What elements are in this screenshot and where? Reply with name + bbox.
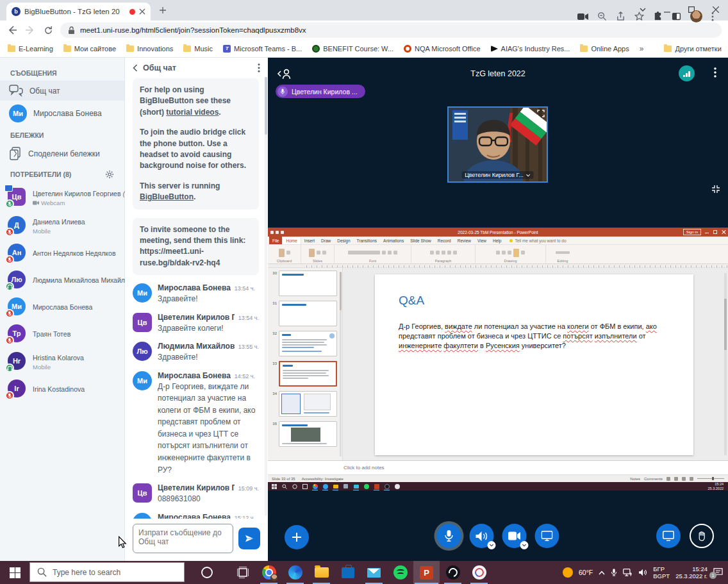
- notification-center-button[interactable]: 1: [713, 568, 723, 577]
- chat-menu-icon[interactable]: [258, 63, 260, 72]
- taskbar-snip[interactable]: [466, 561, 492, 584]
- bigbluebutton-link[interactable]: BigBlueButton: [140, 192, 194, 201]
- new-tab-button[interactable]: [154, 2, 171, 19]
- sidebar-item-public-chat[interactable]: Общ чат: [0, 81, 124, 101]
- sidebar-item-private-chat[interactable]: Ми Мирослава Бонева: [0, 101, 124, 126]
- tray-expand-icon[interactable]: [599, 571, 605, 575]
- browser-tab[interactable]: b BigBlueButton - TzG leten 20: [6, 3, 151, 21]
- weather-sun-icon[interactable]: [563, 567, 573, 578]
- view-icon: [690, 477, 693, 481]
- url-bar[interactable]: meet1.uni-ruse.bg/html5client/join?sessi…: [60, 22, 722, 38]
- shared-notes-icon: [9, 147, 22, 161]
- raise-hand-button[interactable]: [690, 524, 714, 548]
- share-icon[interactable]: [616, 12, 625, 21]
- bookmark-moi-saitove[interactable]: Мои сайтове: [63, 45, 116, 53]
- device-dropdown-badge[interactable]: [520, 541, 529, 549]
- chat-message-list[interactable]: For help on using BigBlueButton see thes…: [125, 77, 268, 519]
- user-row-hristina[interactable]: Hr Hristina KolarovaMobile: [0, 347, 124, 375]
- language-indicator[interactable]: БГРBGPT: [653, 565, 670, 580]
- camera-in-use-icon[interactable]: [577, 13, 588, 21]
- bookmark-e-learning[interactable]: E-Learning: [8, 45, 53, 53]
- tray-mic-icon[interactable]: [611, 568, 617, 577]
- start-button[interactable]: [0, 561, 29, 584]
- user-row-lyudmila[interactable]: Лю Людмила Михайлова Михайлова: [0, 266, 124, 293]
- audio-settings-button[interactable]: [470, 524, 494, 548]
- minimize-screenshare-icon[interactable]: [711, 185, 720, 194]
- sidebar-item-shared-notes[interactable]: Споделени бележки: [0, 143, 124, 165]
- taskbar-edge[interactable]: [282, 561, 308, 584]
- back-icon[interactable]: [6, 24, 18, 36]
- meeting-options-icon[interactable]: [714, 67, 716, 78]
- ppt-titlebar: 2022-03-25 TbM Presentation - PowerPoint…: [268, 228, 728, 237]
- browser-profile-avatar[interactable]: [690, 10, 702, 22]
- audio-status-badge: [5, 309, 14, 318]
- cortana-button[interactable]: [185, 561, 229, 584]
- taskbar-obs[interactable]: [440, 561, 466, 584]
- side-panel-icon[interactable]: [672, 12, 681, 21]
- bookmark-online-apps[interactable]: Online Apps: [580, 45, 629, 53]
- bookmark-benefit[interactable]: BENEFIT Course: W...: [312, 45, 393, 53]
- mute-microphone-button[interactable]: [437, 524, 461, 548]
- ppt-accessibility-status: Accessibility: Investigate: [302, 477, 343, 481]
- user-row-anton[interactable]: Ан Антон Недялков Недялков: [0, 239, 124, 266]
- inner-explorer-icon: [333, 483, 338, 489]
- taskbar-store[interactable]: [335, 561, 361, 584]
- reload-icon[interactable]: [42, 24, 54, 36]
- send-message-button[interactable]: [238, 528, 260, 549]
- bookmark-star-icon[interactable]: [634, 12, 644, 21]
- temperature[interactable]: 60°F: [579, 569, 593, 576]
- taskbar-chrome[interactable]: [256, 561, 282, 584]
- tray-network-icon[interactable]: [623, 569, 633, 576]
- webcam-fullscreen-icon[interactable]: [537, 110, 545, 117]
- webcam-share-button[interactable]: [502, 524, 527, 548]
- taskbar-powerpoint[interactable]: P: [413, 561, 440, 584]
- private-chat-name: Мирослава Бонева: [33, 109, 102, 118]
- avatar: Ми: [133, 371, 152, 390]
- browser-menu-icon[interactable]: [711, 12, 714, 21]
- send-icon: [244, 533, 254, 544]
- forward-icon[interactable]: [24, 24, 36, 36]
- user-row-irina[interactable]: Ir Irina Kostadinova: [0, 375, 124, 402]
- device-dropdown-badge[interactable]: [488, 541, 496, 549]
- user-row-miroslava[interactable]: Ми Мирослава Бонева: [0, 293, 124, 320]
- taskbar-file-explorer[interactable]: [308, 561, 335, 584]
- extensions-icon[interactable]: [653, 12, 663, 21]
- chat-message-input[interactable]: [133, 524, 233, 553]
- bookmark-aiag[interactable]: AIAG's Industry Res...: [491, 45, 570, 53]
- chat-scrollbar[interactable]: [265, 77, 267, 516]
- other-bookmarks-button[interactable]: Други отметки: [664, 45, 721, 53]
- minimize-presentation-button[interactable]: [656, 524, 681, 548]
- bookmark-nqa[interactable]: NQA Microsoft Office: [404, 45, 481, 53]
- bookmark-innovations[interactable]: Innovations: [126, 45, 173, 53]
- tab-close-icon[interactable]: [139, 8, 145, 15]
- screenshare-button[interactable]: [535, 524, 559, 548]
- zoom-out-icon[interactable]: [597, 12, 607, 21]
- hide-userlist-icon[interactable]: [277, 68, 292, 79]
- chat-back-icon[interactable]: [133, 64, 138, 72]
- taskbar-spotify[interactable]: [387, 561, 413, 584]
- screen: b BigBlueButton - TzG leten 20 meet1.uni…: [0, 0, 728, 584]
- user-list: Цв Цветелин Кирилов Георгиев (Вие) Webca…: [0, 183, 124, 402]
- taskbar-mail[interactable]: [361, 561, 387, 584]
- talking-indicator[interactable]: Цветелин Кирилов ...: [276, 85, 365, 98]
- user-row-daniela[interactable]: Д Даниела ИлиеваMobile: [0, 211, 124, 239]
- powerpoint-icon: P: [420, 566, 433, 580]
- connection-status-button[interactable]: [679, 65, 695, 81]
- webcam-user-label[interactable]: Цветелин Кирилов Г...: [461, 171, 534, 179]
- manage-users-gear-icon[interactable]: [105, 170, 114, 179]
- bookmarks-overflow-icon[interactable]: »: [640, 44, 644, 53]
- tutorial-videos-link[interactable]: tutorial videos: [166, 108, 219, 117]
- bigbluebutton-favicon-icon: b: [12, 7, 21, 16]
- ppt-ribbon: Clipboard Slides Font Paragraph Drawing …: [268, 245, 728, 264]
- taskbar-search[interactable]: Type here to search: [29, 562, 185, 582]
- user-row-trayan[interactable]: Тр Траян Тотев: [0, 320, 124, 347]
- user-row-tsvetelin[interactable]: Цв Цветелин Кирилов Георгиев (Вие) Webca…: [0, 183, 124, 211]
- bookmark-music[interactable]: Music: [183, 45, 213, 53]
- task-view-button[interactable]: [229, 561, 256, 584]
- actions-plus-button[interactable]: [285, 525, 309, 549]
- tray-volume-icon[interactable]: [638, 569, 647, 576]
- taskbar-clock[interactable]: 15:2425.3.2022 г.: [675, 565, 707, 580]
- webcam-mini-icon: [33, 201, 39, 205]
- bookmark-teams[interactable]: TMicrosoft Teams - B...: [223, 45, 302, 53]
- avatar: Цв: [133, 483, 152, 503]
